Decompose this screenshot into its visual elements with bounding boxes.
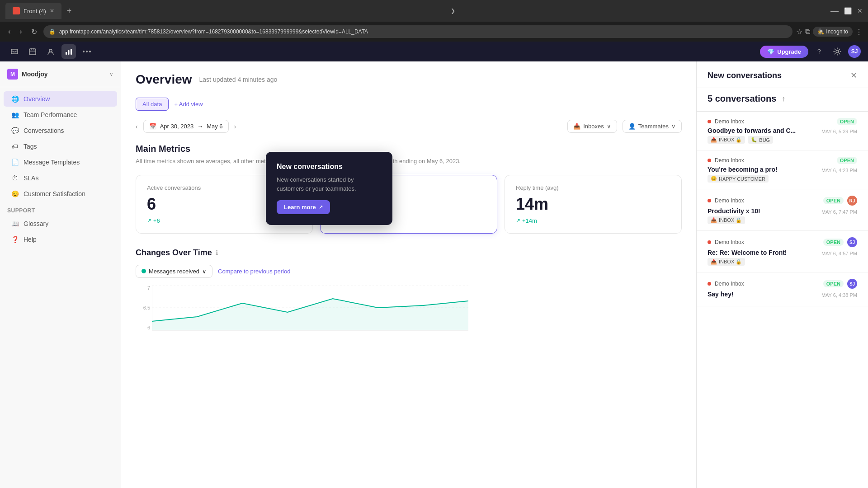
tab-all-data[interactable]: All data bbox=[136, 98, 169, 111]
tag-inbox-icon-4: 📥 bbox=[711, 259, 717, 265]
settings-button[interactable] bbox=[830, 44, 844, 59]
date-prev-button[interactable]: ‹ bbox=[136, 123, 138, 130]
conv-avatar-3: RJ bbox=[847, 196, 857, 206]
conv-tag-happy-2: 😊 HAPPY CUSTOMER bbox=[708, 175, 769, 183]
add-view-button[interactable]: + Add view bbox=[174, 101, 203, 108]
tab-chevron-icon: ❯ bbox=[451, 8, 455, 14]
conv-date-2: MAY 6, 4:23 PM bbox=[821, 168, 857, 173]
maximize-icon[interactable]: ⬜ bbox=[844, 7, 852, 14]
sidebar-item-tags-label: Tags bbox=[24, 143, 37, 150]
sidebar-item-help[interactable]: ❓ Help bbox=[4, 232, 117, 247]
contacts-icon[interactable] bbox=[43, 44, 58, 59]
user-avatar[interactable]: SJ bbox=[848, 45, 861, 58]
extension-icon[interactable]: ⧉ bbox=[805, 28, 810, 36]
date-next-button[interactable]: › bbox=[234, 123, 236, 130]
more-icon[interactable] bbox=[80, 44, 94, 59]
new-tab-button[interactable]: + bbox=[63, 5, 75, 18]
menu-icon[interactable]: ⋮ bbox=[855, 28, 863, 36]
conversations-list: Demo Inbox OPEN Goodbye to forwards and … bbox=[697, 112, 868, 306]
tab-close-icon[interactable]: ✕ bbox=[50, 8, 54, 14]
conv-date-4: MAY 6, 4:57 PM bbox=[821, 251, 857, 256]
tags-icon: 🏷 bbox=[11, 142, 19, 150]
conv-dot-3 bbox=[708, 199, 711, 202]
conversation-item[interactable]: Demo Inbox OPEN SJ Say hey! MAY 6, 4:38 … bbox=[697, 272, 868, 306]
conv-dot-5 bbox=[708, 282, 711, 286]
message-templates-icon: 📄 bbox=[11, 158, 19, 166]
inboxes-filter[interactable]: 📥 Inboxes ∨ bbox=[567, 120, 617, 133]
changes-info-icon: ℹ bbox=[216, 249, 218, 256]
conv-status-3: OPEN bbox=[823, 197, 844, 204]
incognito-button[interactable]: 🕵 Incognito bbox=[813, 27, 853, 37]
incognito-label: Incognito bbox=[826, 28, 848, 35]
inboxes-label: Inboxes bbox=[583, 123, 604, 130]
close-window-icon[interactable]: ✕ bbox=[857, 7, 863, 14]
conv-inbox-1: Demo Inbox bbox=[715, 118, 744, 125]
conv-status-2: OPEN bbox=[837, 157, 857, 164]
panel-close-button[interactable]: ✕ bbox=[850, 70, 857, 80]
conversation-item[interactable]: Demo Inbox OPEN RJ Productivity x 10! MA… bbox=[697, 189, 868, 231]
conv-tag-inbox-1: 📥 INBOX 🔒 bbox=[708, 136, 745, 144]
upgrade-button[interactable]: 💎 Upgrade bbox=[760, 46, 808, 58]
conv-avatar-5: SJ bbox=[847, 279, 857, 289]
sidebar-item-slas-label: SLAs bbox=[24, 174, 38, 182]
inboxes-chevron-icon: ∨ bbox=[607, 123, 611, 130]
conv-subject-5: Say hey! bbox=[708, 291, 734, 298]
org-chevron-icon[interactable]: ∨ bbox=[109, 71, 113, 77]
teammates-filter[interactable]: 👤 Teammates ∨ bbox=[623, 120, 682, 133]
customer-satisfaction-icon: 😊 bbox=[11, 190, 19, 198]
metric-card-reply-time[interactable]: Reply time (avg) 14m ↗ +14m bbox=[505, 175, 682, 234]
learn-more-button[interactable]: Learn more ↗ bbox=[277, 200, 330, 214]
teammates-icon: 👤 bbox=[628, 123, 636, 130]
app-toolbar: 💎 Upgrade ? SJ bbox=[0, 42, 868, 61]
conv-subject-4: Re: Re: Welcome to Front! bbox=[708, 249, 787, 256]
sidebar-item-conversations[interactable]: 💬 Conversations bbox=[4, 123, 117, 138]
conversation-item[interactable]: Demo Inbox OPEN Goodbye to forwards and … bbox=[697, 112, 868, 150]
inbox-icon[interactable] bbox=[7, 44, 22, 59]
reload-button[interactable]: ↻ bbox=[28, 26, 40, 38]
sidebar-item-glossary[interactable]: 📖 Glossary bbox=[4, 216, 117, 231]
svg-rect-1 bbox=[11, 49, 18, 54]
sidebar-item-customer-satisfaction[interactable]: 😊 Customer Satisfaction bbox=[4, 186, 117, 202]
chart-y-label-65: 6.5 bbox=[136, 305, 150, 310]
minimize-icon[interactable]: — bbox=[830, 6, 839, 16]
browser-tab[interactable]: Front (4) ✕ bbox=[5, 3, 61, 19]
bookmark-icon[interactable]: ☆ bbox=[796, 28, 802, 36]
date-arrow: → bbox=[197, 123, 203, 130]
svg-point-13 bbox=[836, 50, 839, 53]
conv-tag-inbox-4: 📥 INBOX 🔒 bbox=[708, 258, 745, 266]
lock-icon: 🔒 bbox=[49, 28, 56, 35]
forward-button[interactable]: › bbox=[17, 26, 24, 38]
svg-point-6 bbox=[49, 49, 52, 52]
conversation-item[interactable]: Demo Inbox OPEN You're becoming a pro! M… bbox=[697, 150, 868, 189]
sidebar-item-overview[interactable]: 🌐 Overview bbox=[4, 91, 117, 107]
metric-change-arrow-active: ↗ bbox=[147, 217, 151, 224]
date-range-picker[interactable]: 📅 Apr 30, 2023 → May 6 bbox=[143, 120, 229, 133]
help-button[interactable]: ? bbox=[812, 44, 826, 59]
export-icon[interactable]: ↑ bbox=[782, 95, 785, 103]
slas-icon: ⏱ bbox=[11, 174, 19, 182]
analytics-icon[interactable] bbox=[61, 44, 76, 59]
view-tabs: All data + Add view bbox=[136, 98, 682, 111]
sidebar-item-team-performance[interactable]: 👥 Team Performance bbox=[4, 107, 117, 122]
svg-point-12 bbox=[89, 51, 91, 52]
conv-tags-1: 📥 INBOX 🔒 🐛 BUG bbox=[708, 136, 857, 144]
conv-top-4: Demo Inbox OPEN SJ bbox=[708, 237, 857, 247]
address-bar[interactable]: 🔒 app.frontapp.com/analytics/team/tim:78… bbox=[43, 25, 793, 38]
changes-title: Changes Over Time bbox=[136, 248, 212, 258]
inboxes-icon: 📥 bbox=[573, 123, 580, 130]
sidebar-item-tags[interactable]: 🏷 Tags bbox=[4, 139, 117, 154]
compare-link[interactable]: Compare to previous period bbox=[218, 268, 290, 275]
sidebar-header: M Moodjoy ∨ bbox=[0, 61, 121, 87]
calendar-icon[interactable] bbox=[25, 44, 40, 59]
main-metrics-title: Main Metrics bbox=[136, 144, 682, 154]
back-button[interactable]: ‹ bbox=[5, 26, 13, 38]
sidebar-item-slas[interactable]: ⏱ SLAs bbox=[4, 170, 117, 186]
messages-received-dropdown[interactable]: Messages received ∨ bbox=[136, 265, 212, 278]
tag-happy-icon: 😊 bbox=[711, 176, 717, 182]
conversation-item[interactable]: Demo Inbox OPEN SJ Re: Re: Welcome to Fr… bbox=[697, 231, 868, 272]
svg-point-10 bbox=[83, 51, 85, 52]
glossary-icon: 📖 bbox=[11, 220, 19, 228]
changes-controls: Messages received ∨ Compare to previous … bbox=[136, 265, 682, 278]
sidebar-item-message-templates[interactable]: 📄 Message Templates bbox=[4, 155, 117, 170]
conv-tags-2: 😊 HAPPY CUSTOMER bbox=[708, 175, 857, 183]
